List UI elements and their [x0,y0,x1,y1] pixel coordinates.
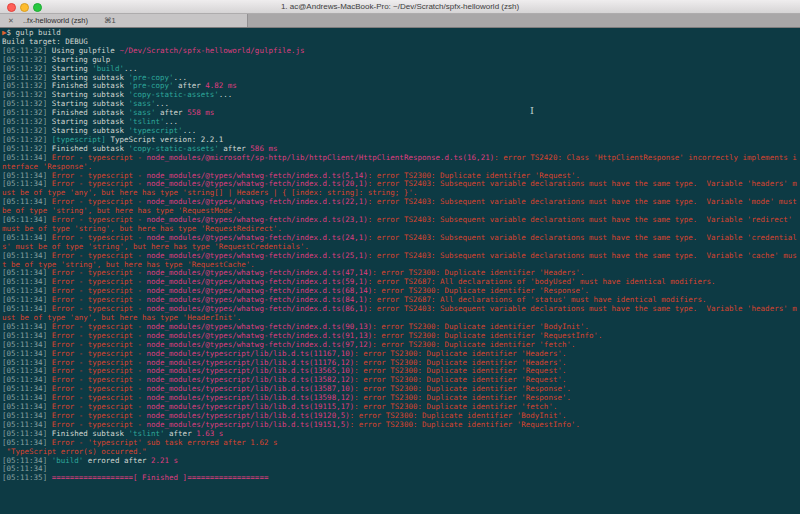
terminal-output[interactable]: ▶$ gulp buildBuild target: DEBUG[05:11:3… [0,28,800,514]
tab-session[interactable]: ✕ ..fx-helloworld (zsh) ⌘1 [0,14,248,27]
close-tab-icon[interactable]: ✕ [8,17,14,25]
terminal-line: [05:11:34] Error - typescript - node_mod… [2,180,800,198]
terminal-line: [05:11:34] Error - typescript - node_mod… [2,305,800,323]
terminal-line: [05:11:34] Error - typescript - node_mod… [2,252,800,270]
minimize-window-button[interactable] [20,3,29,12]
terminal-line: [05:11:34] Error - typescript - node_mod… [2,154,800,172]
terminal-line: [05:11:34] Error - typescript - node_mod… [2,216,800,234]
zoom-window-button[interactable] [33,3,42,12]
terminal-line: [05:11:32] Using gulpfile ~/Dev/Scratch/… [2,47,800,56]
window-titlebar[interactable]: 1. ac@Andrews-MacBook-Pro: ~/Dev/Scratch… [0,0,800,14]
terminal-line: [05:11:34] 'build' errored after 2.21 s [2,457,800,466]
window-title: 1. ac@Andrews-MacBook-Pro: ~/Dev/Scratch… [0,0,800,13]
close-window-button[interactable] [7,3,16,12]
tab-bar: ✕ ..fx-helloworld (zsh) ⌘1 [0,14,800,28]
terminal-line: [05:11:34] Error - typescript - node_mod… [2,234,800,252]
tab-title: ..fx-helloworld (zsh) [23,16,88,25]
terminal-window: 1. ac@Andrews-MacBook-Pro: ~/Dev/Scratch… [0,0,800,514]
ibeam-cursor-icon: I [530,106,534,116]
traffic-lights [7,3,42,12]
terminal-line: [05:11:35] ==================[ Finished … [2,474,800,483]
tab-shortcut-badge: ⌘1 [104,16,116,25]
terminal-line: [05:11:34] Error - typescript - node_mod… [2,198,800,216]
terminal-line: ▶$ gulp build [2,29,800,38]
